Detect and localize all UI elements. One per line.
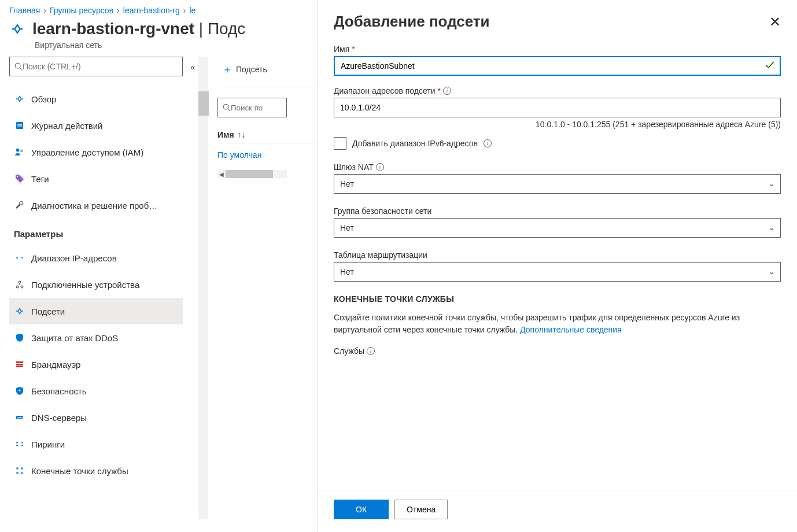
col-label: Имя xyxy=(217,130,234,139)
select-value: Нет xyxy=(340,179,354,189)
double-chevron-left-icon: « xyxy=(191,62,195,72)
nav-security[interactable]: Безопасность xyxy=(9,378,183,404)
nav-iam[interactable]: Управление доступом (IAM) xyxy=(9,139,183,165)
chevron-down-icon: ⌄ xyxy=(769,224,774,232)
svg-text:www: www xyxy=(17,416,24,419)
plus-icon: ＋ xyxy=(222,62,233,76)
nav-label: Обзор xyxy=(31,94,56,104)
add-subnet-panel: Добавление подсети ✕ Имя * Диапазон адре… xyxy=(317,0,797,532)
range-helper: 10.0.1.0 - 10.0.1.255 (251 + зарезервиро… xyxy=(334,120,781,129)
breadcrumb-rg[interactable]: learn-bastion-rg xyxy=(123,6,180,15)
nat-label: Шлюз NAT i xyxy=(334,162,781,172)
cancel-button[interactable]: Отмена xyxy=(394,500,448,519)
page-title: learn-bastion-rg-vnet | Подс xyxy=(32,20,245,38)
nav-overview[interactable]: Обзор xyxy=(9,86,183,112)
nav-service-endpoints[interactable]: Конечные точки службы xyxy=(9,457,183,484)
subnet-default-link[interactable]: По умолчан xyxy=(217,150,261,160)
shield-icon xyxy=(14,332,25,343)
panel-footer: ОК Отмена xyxy=(318,490,797,532)
nav-diagnostics[interactable]: Диагностика и решение проб… xyxy=(9,192,183,219)
nav-connected-devices[interactable]: Подключенные устройства xyxy=(9,271,183,298)
chevron-down-icon: ⌄ xyxy=(769,180,774,188)
svg-rect-3 xyxy=(17,124,22,125)
search-icon xyxy=(223,104,231,112)
sort-icon: ↑↓ xyxy=(238,130,246,139)
svg-point-20 xyxy=(21,472,23,474)
nav-firewall[interactable]: Брандмауэр xyxy=(9,351,183,378)
scroll-left-arrow[interactable]: ◀ xyxy=(217,171,226,178)
sidebar-search[interactable] xyxy=(9,57,183,76)
nav-tags[interactable]: Теги xyxy=(9,165,183,192)
svg-line-22 xyxy=(228,109,230,111)
range-input[interactable] xyxy=(334,98,781,117)
tag-icon xyxy=(14,173,25,184)
nav-label: Диагностика и решение проб… xyxy=(31,201,157,210)
nav-label: Подключенные устройства xyxy=(31,280,139,290)
select-value: Нет xyxy=(340,267,354,276)
collapse-sidebar-button[interactable]: « xyxy=(187,57,198,519)
svg-point-21 xyxy=(223,104,228,109)
svg-rect-11 xyxy=(16,361,23,367)
info-icon[interactable]: i xyxy=(376,163,384,171)
nav-label: Управление доступом (IAM) xyxy=(31,147,143,157)
table-search-input[interactable] xyxy=(231,104,277,112)
svg-point-17 xyxy=(16,467,19,470)
chevron-right-icon: › xyxy=(183,6,186,15)
vnet-icon xyxy=(9,21,25,37)
info-icon[interactable]: i xyxy=(484,139,492,147)
info-icon[interactable]: i xyxy=(443,87,451,95)
ipv6-checkbox[interactable] xyxy=(334,137,346,150)
svg-point-6 xyxy=(20,150,23,153)
breadcrumb-vnet[interactable]: le xyxy=(190,6,196,15)
ipv6-label: Добавить диапазон IPv6-адресов xyxy=(352,139,478,148)
range-label: Диапазон адресов подсети * i xyxy=(334,86,781,95)
scrollbar-thumb[interactable] xyxy=(226,170,273,178)
panel-title: Добавление подсети xyxy=(334,13,490,31)
toolbar-label: Подсеть xyxy=(236,65,267,74)
chevron-down-icon: ⌄ xyxy=(769,268,774,276)
nav-ip-range[interactable]: Диапазон IP-адресов xyxy=(9,245,183,271)
nav-label: Теги xyxy=(31,174,49,184)
svg-point-7 xyxy=(17,176,18,177)
info-icon[interactable]: i xyxy=(367,347,375,355)
name-input[interactable] xyxy=(334,56,781,76)
scrollbar-thumb[interactable] xyxy=(198,91,209,116)
endpoints-more-link[interactable]: Дополнительные сведения xyxy=(520,325,622,334)
people-icon xyxy=(14,146,25,158)
select-value: Нет xyxy=(340,223,354,232)
nsg-label: Группа безопасности сети xyxy=(334,206,781,216)
security-icon xyxy=(14,385,25,397)
services-label: Службы i xyxy=(334,346,781,356)
sidebar-section-params: Параметры xyxy=(9,219,183,245)
add-subnet-button[interactable]: ＋ Подсеть xyxy=(217,60,272,79)
nat-select[interactable]: Нет ⌄ xyxy=(334,174,781,194)
sidebar-search-input[interactable] xyxy=(23,62,178,71)
svg-line-1 xyxy=(20,68,22,70)
svg-rect-12 xyxy=(16,363,23,364)
nav-label: Безопасность xyxy=(31,386,87,396)
route-select[interactable]: Нет ⌄ xyxy=(334,262,781,282)
svg-point-14 xyxy=(19,390,21,391)
nav-subnets[interactable]: Подсети xyxy=(9,298,183,324)
nav-activity-log[interactable]: Журнал действий xyxy=(9,112,183,139)
endpoints-desc: Создайте политики конечной точки службы,… xyxy=(334,312,781,336)
nsg-select[interactable]: Нет ⌄ xyxy=(334,218,781,238)
breadcrumb-home[interactable]: Главная xyxy=(9,6,40,15)
nav-label: Подсети xyxy=(31,306,65,316)
name-label: Имя * xyxy=(334,45,781,54)
nav-peerings[interactable]: Пиринги xyxy=(9,431,183,457)
nav-ddos[interactable]: Защита от атак DDoS xyxy=(9,324,183,351)
ok-button[interactable]: ОК xyxy=(334,500,389,519)
subnet-icon xyxy=(14,305,25,317)
horizontal-scrollbar[interactable]: ◀ xyxy=(217,170,287,178)
nav-dns[interactable]: www DNS-серверы xyxy=(9,404,183,431)
table-search[interactable] xyxy=(217,98,287,117)
close-button[interactable]: ✕ xyxy=(769,14,781,30)
sidebar-scrollbar[interactable] xyxy=(198,57,208,519)
nav-label: Брандмауэр xyxy=(31,360,80,370)
log-icon xyxy=(14,120,25,131)
breadcrumb-groups[interactable]: Группы ресурсов xyxy=(50,6,113,15)
svg-point-18 xyxy=(21,467,23,470)
svg-point-19 xyxy=(16,472,19,474)
svg-point-0 xyxy=(15,63,20,68)
